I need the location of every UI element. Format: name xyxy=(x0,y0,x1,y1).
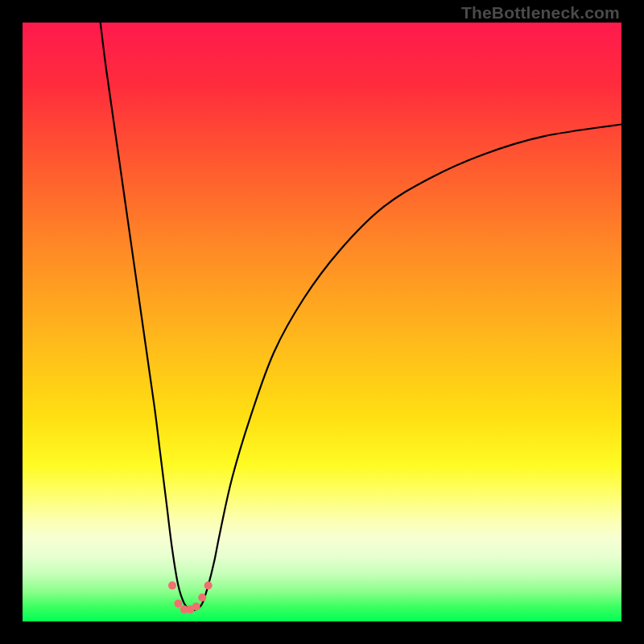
minimum-dot xyxy=(192,602,200,610)
minimum-dot xyxy=(198,593,206,601)
minimum-markers xyxy=(168,581,213,613)
watermark-text: TheBottleneck.com xyxy=(461,3,620,23)
minimum-dot xyxy=(204,581,213,589)
bottleneck-curve xyxy=(101,23,621,610)
plot-area xyxy=(23,23,621,621)
minimum-dot xyxy=(174,600,182,608)
chart-container: TheBottleneck.com xyxy=(0,0,644,644)
minimum-dot xyxy=(168,581,176,589)
curve-layer xyxy=(23,23,621,621)
